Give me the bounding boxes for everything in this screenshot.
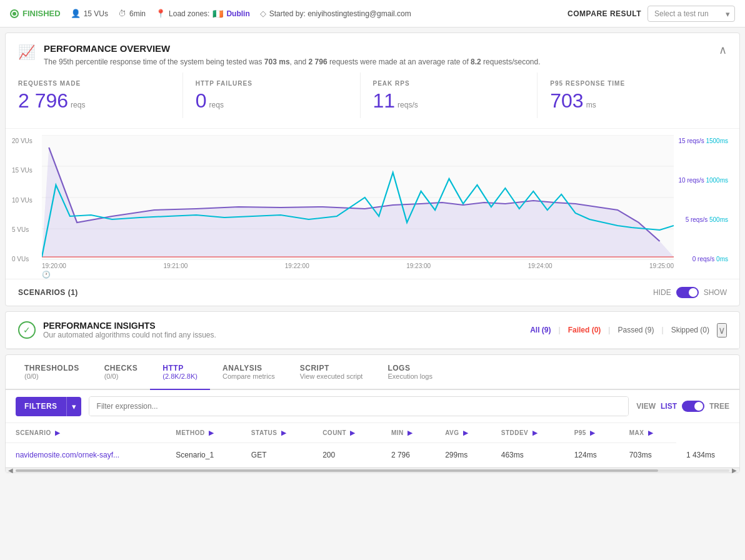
top-bar: FINISHED 👤 15 VUs ⏱ 6min 📍 Load zones: 🇮…	[0, 0, 745, 28]
metric-p95-label: P95 RESPONSE TIME	[550, 80, 702, 87]
col-scenario[interactable]: SCENARIO ▶	[6, 423, 166, 443]
chart-x-labels: 19:20:00 19:21:00 19:22:00 19:23:00 19:2…	[42, 260, 674, 269]
compare-section: COMPARE RESULT Select a test run	[568, 6, 735, 22]
col-count[interactable]: COUNT ▶	[312, 423, 381, 443]
load-zone-info: 📍 Load zones: 🇮🇪 Dublin	[156, 9, 250, 19]
compare-label: COMPARE RESULT	[568, 9, 641, 18]
view-list-option[interactable]: LIST	[661, 402, 677, 411]
performance-insights-card: ✓ PERFORMANCE INSIGHTS Our automated alg…	[5, 311, 740, 349]
table-row: navidemosite.com/ornek-sayf... Scenario_…	[6, 443, 739, 468]
filter-failed[interactable]: Failed (0)	[568, 326, 601, 334]
scrollbar-thumb	[16, 469, 658, 472]
toggle-knob	[689, 288, 698, 297]
chart-area	[42, 135, 674, 260]
compare-select-wrapper[interactable]: Select a test run	[648, 6, 735, 22]
filter-input[interactable]	[89, 397, 629, 416]
tabs-row: THRESHOLDS(0/0) CHECKS(0/0) HTTP(2.8K/2.…	[6, 355, 739, 390]
filters-button-group: FILTERS ▾	[16, 397, 81, 416]
metric-requests-label: REQUESTS MADE	[18, 80, 170, 87]
overview-title: PERFORMANCE OVERVIEW	[44, 43, 541, 54]
col-min[interactable]: MIN ▶	[381, 423, 435, 443]
tab-thresholds[interactable]: THRESHOLDS(0/0)	[12, 355, 92, 390]
scroll-right-icon: ▶	[732, 467, 737, 474]
cell-max: 1 434ms	[676, 443, 739, 468]
metric-failures-value: 0	[196, 89, 207, 112]
hide-label: HIDE	[653, 288, 671, 297]
col-status[interactable]: STATUS ▶	[241, 423, 312, 443]
scenarios-label: SCENARIOS (1)	[18, 288, 78, 297]
metric-p95-value: 703	[550, 89, 583, 112]
scenarios-toggle[interactable]: HIDE SHOW	[653, 287, 727, 298]
tab-analysis[interactable]: ANALYSISCompare metrics	[210, 355, 288, 390]
scenarios-toggle-switch[interactable]	[676, 287, 699, 298]
filter-passed[interactable]: Passed (9)	[618, 326, 654, 334]
filters-button[interactable]: FILTERS	[16, 397, 66, 416]
metric-http-failures: HTTP FAILURES 0reqs	[196, 72, 361, 118]
scrollbar-track[interactable]	[16, 469, 729, 472]
diamond-icon: ◇	[260, 9, 266, 18]
metric-requests-made: REQUESTS MADE 2 796reqs	[18, 72, 183, 118]
show-label: SHOW	[704, 288, 727, 297]
cell-p95: 703ms	[619, 443, 676, 468]
tab-script[interactable]: SCRIPTView executed script	[288, 355, 376, 390]
started-by-info: ◇ Started by: eniyihostingtesting@gmail.…	[260, 9, 411, 18]
metrics-row: REQUESTS MADE 2 796reqs HTTP FAILURES 0r…	[6, 72, 739, 129]
tab-checks[interactable]: CHECKS(0/0)	[92, 355, 151, 390]
overview-collapse-button[interactable]: ∧	[719, 43, 727, 57]
scenarios-bar: SCENARIOS (1) HIDE SHOW	[6, 279, 739, 306]
tab-logs[interactable]: LOGSExecution logs	[375, 355, 445, 390]
overview-title-area: 📈 PERFORMANCE OVERVIEW The 95th percenti…	[18, 43, 541, 68]
metric-requests-value: 2 796	[18, 89, 68, 112]
clock-small-icon: 🕐	[42, 269, 733, 279]
col-p95[interactable]: P95 ▶	[564, 423, 619, 443]
col-stddev[interactable]: STDDEV ▶	[491, 423, 564, 443]
view-toggle: VIEW LIST TREE	[636, 401, 729, 412]
performance-overview-card: 📈 PERFORMANCE OVERVIEW The 95th percenti…	[5, 32, 740, 306]
overview-description: The 95th percentile response time of the…	[44, 56, 541, 68]
insights-subtitle: Our automated algorithms could not find …	[43, 331, 216, 339]
compare-select[interactable]: Select a test run	[648, 6, 735, 22]
metric-peak-value: 11	[373, 89, 396, 112]
col-max[interactable]: MAX ▶	[619, 423, 676, 443]
metric-peak-rps: PEAK RPS 11reqs/s	[373, 72, 538, 118]
filter-skipped[interactable]: Skipped (0)	[671, 326, 709, 334]
tabs-bar: THRESHOLDS(0/0) CHECKS(0/0) HTTP(2.8K/2.…	[5, 354, 740, 473]
table-wrapper: SCENARIO ▶ METHOD ▶ STATUS ▶ COUNT ▶ MIN…	[6, 423, 739, 468]
col-method[interactable]: METHOD ▶	[166, 423, 241, 443]
status-icon	[10, 9, 19, 18]
cell-status: 200	[312, 443, 381, 468]
vus-info: 👤 15 VUs	[71, 9, 108, 18]
chart-svg	[42, 135, 674, 260]
table-scrollbar[interactable]: ◀ ▶	[6, 468, 739, 472]
table-header-row: SCENARIO ▶ METHOD ▶ STATUS ▶ COUNT ▶ MIN…	[6, 423, 739, 443]
view-switch-knob	[694, 402, 703, 411]
metric-p95: P95 RESPONSE TIME 703ms	[550, 72, 714, 118]
chart-y-right: 15 reqs/s 1500ms 10 reqs/s 1000ms 5 reqs…	[679, 138, 729, 262]
cell-url[interactable]: navidemosite.com/ornek-sayf...	[6, 443, 166, 468]
cell-scenario: Scenario_1	[166, 443, 241, 468]
view-label: VIEW	[636, 402, 656, 411]
cell-min: 299ms	[435, 443, 491, 468]
view-switch[interactable]	[682, 401, 704, 412]
insights-left: ✓ PERFORMANCE INSIGHTS Our automated alg…	[18, 321, 216, 339]
insights-collapse-button[interactable]: ∨	[717, 323, 727, 338]
insights-title: PERFORMANCE INSIGHTS	[43, 321, 216, 331]
filters-dropdown-button[interactable]: ▾	[66, 397, 81, 416]
cell-stddev: 124ms	[564, 443, 619, 468]
tab-http[interactable]: HTTP(2.8K/2.8K)	[150, 355, 210, 390]
cell-avg: 463ms	[491, 443, 564, 468]
metric-peak-label: PEAK RPS	[373, 80, 525, 87]
location-icon: 📍	[156, 9, 166, 18]
clock-icon: ⏱	[118, 9, 126, 18]
view-tree-option[interactable]: TREE	[709, 402, 729, 411]
status-badge: FINISHED	[10, 9, 61, 18]
scroll-left-icon: ◀	[8, 467, 13, 474]
insights-header: ✓ PERFORMANCE INSIGHTS Our automated alg…	[6, 312, 739, 349]
table-toolbar: FILTERS ▾ VIEW LIST TREE	[6, 390, 739, 423]
http-table: SCENARIO ▶ METHOD ▶ STATUS ▶ COUNT ▶ MIN…	[6, 423, 739, 468]
metric-failures-label: HTTP FAILURES	[196, 80, 348, 87]
col-avg[interactable]: AVG ▶	[435, 423, 491, 443]
duration-info: ⏱ 6min	[118, 9, 146, 18]
cell-count: 2 796	[381, 443, 435, 468]
filter-all[interactable]: All (9)	[530, 326, 551, 334]
